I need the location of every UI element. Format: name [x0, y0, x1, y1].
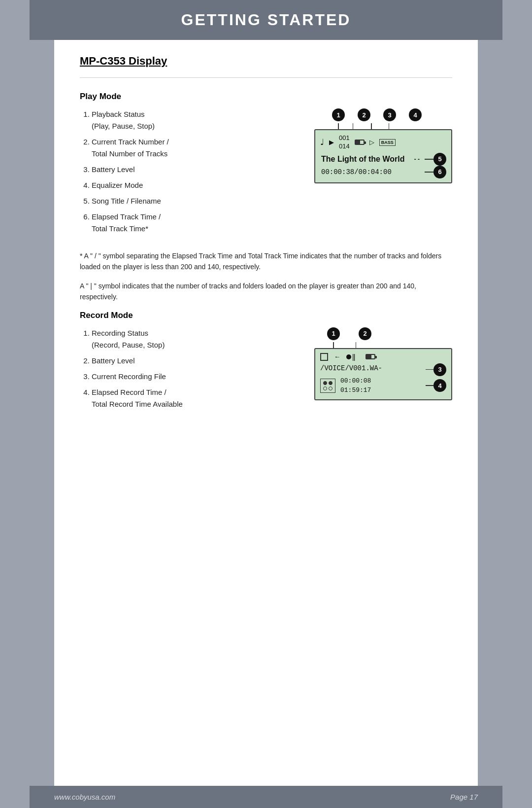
meter-dot [323, 386, 327, 390]
elapsed-time: 00:00:38/00:04:00 [320, 167, 393, 177]
record-mode-display: 1 2 ← [314, 327, 452, 400]
rec-status-line: ← || [320, 353, 446, 361]
footnote-2: A " | " symbol indicates that the number… [80, 281, 452, 303]
page-footer: www.cobyusa.com Page 17 [30, 786, 502, 808]
page-header: GETTING STARTED [30, 0, 502, 40]
list-item: Playback Status(Play, Pause, Stop) [92, 108, 299, 132]
play-mode-title: Play Mode [80, 92, 452, 102]
record-mode-title: Record Mode [80, 311, 452, 320]
divider [80, 77, 452, 78]
page-title: GETTING STARTED [54, 11, 478, 29]
song-title: The Light of the World - - [320, 153, 421, 166]
list-item: Battery Level [92, 164, 299, 176]
rec-level-meter [320, 379, 335, 393]
play-display-box: ♩ ▶ 001 014 ▷ BASS [314, 129, 452, 183]
rec-battery-fill [366, 355, 371, 358]
list-item: Song Title / Filename [92, 195, 299, 207]
rec-bottom-row: 00:00:08 01:59:17 [320, 376, 423, 395]
rec-times: 00:00:08 01:59:17 [340, 376, 371, 395]
track-info: 001 014 [339, 134, 350, 151]
play-mode-display: 1 2 3 4 [314, 108, 452, 185]
play-mode-items: Playback Status(Play, Pause, Stop) Curre… [80, 108, 299, 235]
repeat-icon: ▷ [369, 139, 374, 146]
meter-dot [329, 386, 332, 390]
callout-6: 6 [433, 166, 446, 178]
callout-1: 1 [332, 108, 345, 121]
play-mode-list: Playback Status(Play, Pause, Stop) Curre… [80, 108, 299, 239]
rec-dot-icon [346, 354, 351, 359]
rec-callout-4: 4 [433, 379, 446, 392]
record-mode-list: Recording Status(Record, Pause, Stop) Ba… [80, 327, 299, 414]
display-line1: ♩ ▶ 001 014 ▷ BASS [320, 134, 446, 151]
list-item: Equalizer Mode [92, 179, 299, 191]
battery-icon [355, 140, 365, 145]
list-item: Current Track Number /Total Number of Tr… [92, 136, 299, 160]
rec-callout-3: 3 [433, 363, 446, 376]
record-mode-section: Recording Status(Record, Pause, Stop) Ba… [80, 327, 452, 414]
list-item: Current Recording File [92, 371, 299, 383]
list-item: Battery Level [92, 355, 299, 367]
music-note-icon: ♩ [320, 137, 324, 147]
callout-4: 4 [409, 108, 422, 121]
rec-display-box: ← || /VOICE/V001.WA [314, 348, 452, 400]
bass-badge: BASS [379, 139, 396, 146]
rec-battery-icon [366, 354, 375, 359]
rec-box-icon [320, 353, 328, 361]
record-mode-items: Recording Status(Record, Pause, Stop) Ba… [80, 327, 299, 410]
play-icon: ▶ [329, 139, 334, 146]
callout-3: 3 [383, 108, 396, 121]
rec-pause-icon: || [352, 353, 355, 361]
list-item: Elapsed Record Time /Total Record Time A… [92, 386, 299, 410]
total-record-time: 01:59:17 [340, 386, 371, 395]
battery-fill [356, 141, 361, 144]
total-tracks: 014 [339, 142, 350, 151]
footer-url: www.cobyusa.com [54, 793, 115, 801]
section-title: MP-C353 Display [80, 55, 452, 68]
callout-5: 5 [433, 153, 446, 166]
callout-2: 2 [358, 108, 370, 121]
rec-arrow-icon: ← [334, 353, 340, 360]
meter-dot [323, 381, 327, 385]
elapsed-record-time: 00:00:08 [340, 376, 371, 386]
footer-page: Page 17 [450, 793, 478, 801]
list-item: Recording Status(Record, Pause, Stop) [92, 327, 299, 351]
track-number: 001 [339, 134, 350, 142]
rec-callout-1: 1 [327, 327, 340, 340]
rec-callout-2: 2 [359, 327, 371, 340]
play-mode-section: Playback Status(Play, Pause, Stop) Curre… [80, 108, 452, 239]
rec-filename: /VOICE/V001.WA- [320, 364, 423, 372]
list-item: Elapsed Track Time /Total Track Time* [92, 211, 299, 235]
meter-dot [329, 381, 332, 385]
footnote-1: * A " / " symbol separating the Elapsed … [80, 250, 452, 273]
